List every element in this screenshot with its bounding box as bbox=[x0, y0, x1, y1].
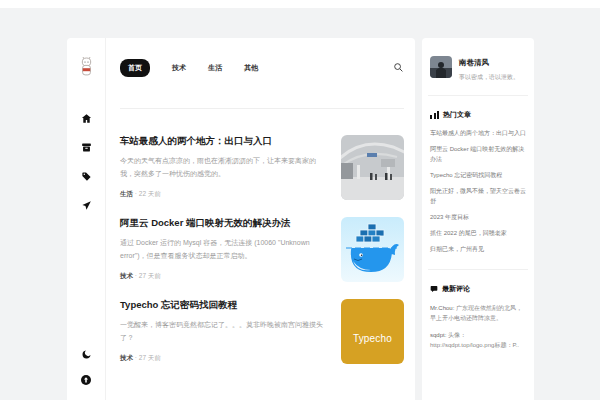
meta-separator: · bbox=[135, 354, 137, 361]
article-title[interactable]: Typecho 忘记密码找回教程 bbox=[120, 299, 329, 311]
nav-tab-life[interactable]: 生活 bbox=[208, 63, 222, 73]
speech-bubble-icon bbox=[430, 285, 438, 293]
article-excerpt: 通过 Docker 运行的 Mysql 容器，无法连接 (10060 "Unkn… bbox=[120, 237, 329, 262]
nav-tab-other[interactable]: 其他 bbox=[244, 63, 258, 73]
article-thumbnail-station-photo[interactable] bbox=[341, 135, 404, 200]
article-category[interactable]: 技术 bbox=[120, 354, 133, 361]
profile-text: 南巷清风 事以密成，语以泄败。 bbox=[459, 56, 519, 81]
article-title[interactable]: 阿里云 Docker 端口映射无效的解决办法 bbox=[120, 217, 329, 229]
article-meta: 技术 · 27 天前 bbox=[120, 272, 329, 281]
article-category[interactable]: 技术 bbox=[120, 272, 133, 279]
article-excerpt: 今天的天气有点凉凉的，雨也在淅淅沥沥的下，让本来要离家的我，突然多了一种忧伤的感… bbox=[120, 155, 329, 180]
article-thumbnail-typecho-logo[interactable]: Typecho bbox=[341, 299, 404, 364]
article-excerpt: 一觉醒来，博客密码竟然都忘记了。。。莫非昨晚被南宫问雅摸头了？ bbox=[120, 319, 329, 344]
latest-comments-title: 最新评论 bbox=[442, 284, 470, 294]
hot-articles-title: 热门文章 bbox=[443, 110, 471, 120]
article-date: 27 天前 bbox=[139, 272, 161, 279]
article-item: 车站最感人的两个地方：出口与入口 今天的天气有点凉凉的，雨也在淅淅沥沥的下，让本… bbox=[120, 135, 404, 200]
tag-icon[interactable] bbox=[80, 170, 92, 182]
article-thumbnail-docker-whale[interactable] bbox=[341, 217, 404, 282]
hot-article-link[interactable]: 阿里云 Docker 端口映射无效的解决办法 bbox=[430, 145, 526, 164]
typecho-logo-text: Typecho bbox=[353, 333, 392, 344]
sidebar-card: 南巷清风 事以密成，语以泄败。 热门文章 车站最感人的两个地方：出口与入口 阿里… bbox=[422, 38, 534, 400]
icon-rail bbox=[67, 38, 106, 400]
article-meta: 生活 · 22 天前 bbox=[120, 190, 329, 199]
article-item: 阿里云 Docker 端口映射无效的解决办法 通过 Docker 运行的 Mys… bbox=[120, 217, 404, 282]
hot-articles-header: 热门文章 bbox=[430, 110, 526, 120]
hot-article-link[interactable]: Typecho 忘记密码找回教程 bbox=[430, 171, 526, 181]
latest-comments-header: 最新评论 bbox=[430, 284, 526, 294]
main-column: 首页 技术 生活 其他 车站最感人的两个地方：出口与入口 今天的天气有点凉凉的，… bbox=[106, 38, 415, 400]
navbar-divider bbox=[120, 108, 404, 109]
main-card: 首页 技术 生活 其他 车站最感人的两个地方：出口与入口 今天的天气有点凉凉的，… bbox=[67, 38, 415, 400]
article-text: 阿里云 Docker 端口映射无效的解决办法 通过 Docker 运行的 Mys… bbox=[120, 217, 341, 282]
navbar: 首页 技术 生活 其他 bbox=[120, 38, 404, 80]
profile-widget: 南巷清风 事以密成，语以泄败。 bbox=[430, 56, 526, 81]
docker-whale-image bbox=[341, 217, 404, 282]
send-icon[interactable] bbox=[80, 199, 92, 211]
rail-footer bbox=[80, 348, 92, 386]
comments-list: Mr.Chou: 广东现在依然刮的北风，早上开小电动还阵阵凉意。 sqdpt: … bbox=[430, 303, 526, 351]
bar-chart-icon bbox=[430, 111, 439, 119]
article-text: Typecho 忘记密码找回教程 一觉醒来，博客密码竟然都忘记了。。。莫非昨晚被… bbox=[120, 299, 341, 364]
comment-item[interactable]: sqdpt: 头像：http://sqdpt.top/logo.png标题：P.… bbox=[430, 330, 526, 350]
article-meta: 技术 · 27 天前 bbox=[120, 354, 329, 363]
article-text: 车站最感人的两个地方：出口与入口 今天的天气有点凉凉的，雨也在淅淅沥沥的下，让本… bbox=[120, 135, 341, 200]
home-icon[interactable] bbox=[80, 112, 92, 124]
meta-separator: · bbox=[135, 190, 137, 197]
rail-nav bbox=[80, 112, 92, 211]
avatar-image bbox=[430, 56, 452, 78]
hot-article-link[interactable]: 抓住 2022 的尾巴，回赣老家 bbox=[430, 229, 526, 239]
avatar[interactable] bbox=[430, 56, 452, 78]
back-to-top-icon[interactable] bbox=[80, 374, 92, 386]
nav-tab-home[interactable]: 首页 bbox=[120, 59, 150, 77]
sidebar-divider bbox=[428, 269, 528, 270]
nav-tab-tech[interactable]: 技术 bbox=[172, 63, 186, 73]
article-category[interactable]: 生活 bbox=[120, 190, 133, 197]
profile-bio: 事以密成，语以泄败。 bbox=[459, 73, 519, 81]
article-date: 27 天前 bbox=[139, 354, 161, 361]
top-strip bbox=[0, 0, 600, 8]
comment-author: Mr.Chou: bbox=[430, 305, 454, 311]
comment-author: sqdpt: bbox=[430, 332, 446, 338]
archive-icon[interactable] bbox=[80, 141, 92, 153]
meta-separator: · bbox=[135, 272, 137, 279]
moon-icon[interactable] bbox=[80, 348, 92, 360]
station-photo-image bbox=[341, 135, 404, 200]
hot-article-link[interactable]: 2023 年度目标 bbox=[430, 213, 526, 223]
profile-name: 南巷清风 bbox=[459, 58, 519, 68]
comment-item[interactable]: Mr.Chou: 广东现在依然刮的北风，早上开小电动还阵阵凉意。 bbox=[430, 303, 526, 323]
search-icon[interactable] bbox=[393, 59, 404, 77]
hot-article-link[interactable]: 阳光正好，微风不燥，望天空云卷云舒 bbox=[430, 187, 526, 206]
hot-articles-list: 车站最感人的两个地方：出口与入口 阿里云 Docker 端口映射无效的解决办法 … bbox=[430, 129, 526, 254]
site-logo[interactable] bbox=[79, 56, 94, 77]
article-date: 22 天前 bbox=[139, 190, 161, 197]
hot-article-link[interactable]: 车站最感人的两个地方：出口与入口 bbox=[430, 129, 526, 139]
article-title[interactable]: 车站最感人的两个地方：出口与入口 bbox=[120, 135, 329, 147]
article-item: Typecho 忘记密码找回教程 一觉醒来，博客密码竟然都忘记了。。。莫非昨晚被… bbox=[120, 299, 404, 364]
hot-article-link[interactable]: 归期已来，广州再见 bbox=[430, 245, 526, 255]
mascot-logo-icon bbox=[79, 56, 94, 77]
sidebar-divider bbox=[428, 95, 528, 96]
